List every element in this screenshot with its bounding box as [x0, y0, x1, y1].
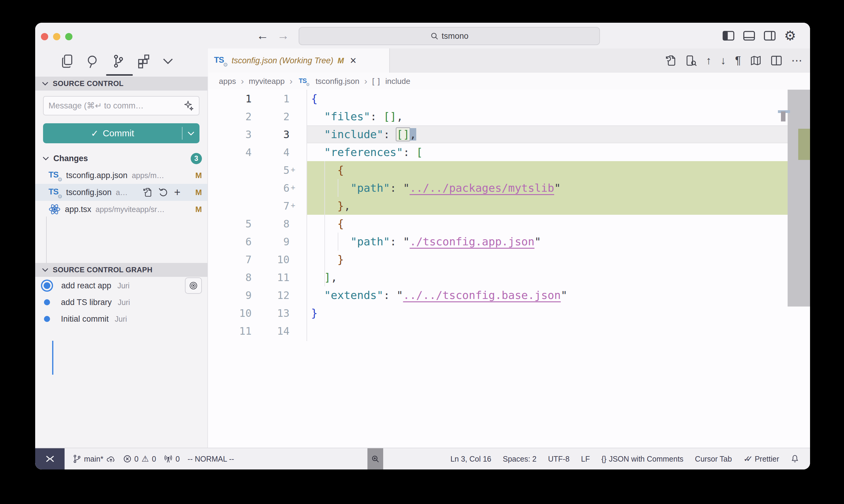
more-actions-icon[interactable]: ⋯ [791, 55, 802, 66]
search-sidebar-icon[interactable] [86, 54, 100, 69]
command-center-search[interactable]: tsmono [299, 27, 600, 45]
toggle-secondary-sidebar-icon[interactable] [764, 31, 776, 41]
breadcrumb-apps[interactable]: apps [219, 77, 236, 86]
editor-scrollbar[interactable] [788, 90, 810, 307]
radio-tower-icon [164, 455, 172, 463]
changes-label: Changes [53, 154, 88, 163]
pilcrow-icon[interactable]: ¶ [735, 55, 741, 66]
commit-message: Initial commit [61, 314, 109, 324]
zoom-window-button[interactable] [65, 33, 72, 40]
source-control-title: SOURCE CONTROL [53, 79, 124, 88]
eol-item[interactable]: LF [581, 455, 590, 463]
inline-view-icon[interactable] [686, 55, 697, 67]
file-name: app.tsx [65, 205, 91, 214]
commit-head-dot [44, 282, 50, 289]
vim-mode-indicator[interactable]: -- NORMAL -- [188, 455, 234, 463]
code-line[interactable]: 44 "references": [ [208, 143, 810, 161]
commit-row-initial-commit[interactable]: Initial commit Juri [35, 310, 207, 327]
diff-editor[interactable]: 11{22 "files": [],33 "include": [],44 "r… [208, 90, 810, 448]
error-icon [123, 455, 131, 463]
formatter-label: Prettier [755, 455, 779, 463]
code-line[interactable]: 69 "path": "./tsconfig.app.json" [208, 233, 810, 251]
open-file-icon[interactable] [142, 187, 152, 197]
map-icon[interactable] [750, 55, 761, 66]
breadcrumb-tsconfig-json[interactable]: tsconfig.json [315, 77, 360, 86]
check-icon: ✓ [91, 128, 99, 139]
nav-forward-icon[interactable]: → [277, 29, 289, 42]
changes-section-header[interactable]: Changes 3 [35, 150, 207, 167]
code-line[interactable]: 58 { [208, 215, 810, 233]
toggle-primary-sidebar-icon[interactable] [722, 31, 735, 41]
indentation-item[interactable]: Spaces: 2 [503, 455, 537, 463]
code-line[interactable]: 1114 [208, 322, 810, 340]
source-control-graph-header[interactable]: SOURCE CONTROL GRAPH [35, 263, 207, 277]
code-line[interactable]: 22 "files": [], [208, 108, 810, 125]
formatter-item[interactable]: ✓✓ Prettier [743, 454, 779, 464]
double-check-icon: ✓✓ [743, 454, 748, 464]
commit-graph-line [52, 341, 53, 375]
code-line[interactable]: 1013} [208, 304, 810, 322]
ports-status-item[interactable]: 0 [164, 455, 180, 463]
explorer-icon[interactable] [61, 54, 74, 69]
close-window-button[interactable] [41, 33, 48, 40]
breadcrumb-myviteapp[interactable]: myviteapp [248, 77, 285, 86]
settings-gear-icon[interactable]: ⚙ [784, 29, 796, 42]
code-line[interactable]: 5+ { [208, 161, 810, 179]
nav-back-icon[interactable]: ← [257, 29, 269, 42]
sparkle-ai-icon[interactable] [184, 100, 194, 111]
next-change-icon[interactable]: ↓ [721, 55, 726, 66]
warning-icon: ⚠ [142, 454, 149, 464]
code-line[interactable]: 710 } [208, 251, 810, 268]
notifications-bell-icon[interactable] [791, 454, 799, 463]
cloud-upload-icon [106, 455, 116, 463]
commit-dot [44, 299, 50, 305]
open-file-icon[interactable] [665, 55, 676, 67]
previous-change-icon[interactable]: ↑ [706, 55, 711, 66]
language-mode-item[interactable]: {} JSON with Comments [601, 455, 684, 463]
commit-row-add-react-app[interactable]: add react app Juri [35, 277, 207, 294]
modified-status-badge: M [195, 171, 202, 180]
minimize-window-button[interactable] [53, 33, 60, 40]
split-editor-icon[interactable] [771, 55, 782, 66]
code-line[interactable]: 811 ], [208, 268, 810, 286]
source-control-icon[interactable] [111, 54, 125, 69]
branch-status-item[interactable]: main* [72, 454, 116, 463]
encoding-item[interactable]: UTF-8 [548, 455, 570, 463]
cursor-tab-item[interactable]: Cursor Tab [695, 455, 732, 463]
search-value: tsmono [442, 32, 469, 41]
changed-file-tsconfig-app-json[interactable]: TS⚙ tsconfig.app.json apps/m… M [35, 167, 207, 184]
ts-file-icon: TS⚙ [49, 170, 62, 181]
problems-status-item[interactable]: 0 ⚠ 0 [123, 454, 156, 464]
discard-changes-icon[interactable] [158, 187, 168, 197]
changed-file-tsconfig-json[interactable]: TS⚙ tsconfig.json a… + M [35, 184, 207, 201]
tree-indent-guide [46, 217, 47, 269]
extensions-icon[interactable] [137, 54, 150, 69]
goto-commit-target-button[interactable] [185, 277, 202, 294]
changed-file-app-tsx[interactable]: app.tsx apps/myviteapp/sr… M [35, 201, 207, 218]
code-line[interactable]: 11{ [208, 90, 810, 108]
source-control-header[interactable]: SOURCE CONTROL [35, 77, 207, 91]
commit-button[interactable]: ✓ Commit [43, 123, 200, 143]
remote-indicator[interactable] [35, 448, 65, 469]
ts-file-icon: TS⚙ [299, 77, 309, 85]
code-line[interactable]: 912 "extends": "../../tsconfig.base.json… [208, 286, 810, 304]
more-views-chevron-icon[interactable] [162, 58, 173, 65]
react-file-icon [49, 203, 61, 215]
commit-message-input[interactable]: Message (⌘↵ to comm… [43, 96, 200, 115]
editor-tab-bar: TS⚙ tsconfig.json (Working Tree) M × ↑ ↓… [208, 49, 810, 73]
code-line[interactable]: 6+ "path": "../../packages/mytslib" [208, 179, 810, 197]
titlebar: ← → tsmono [35, 23, 810, 49]
zoom-indicator[interactable] [367, 448, 383, 469]
code-line[interactable]: 33 "include": [], [208, 125, 810, 143]
commit-message: add TS library [61, 298, 112, 307]
breadcrumb-include[interactable]: include [385, 77, 410, 86]
code-line[interactable]: 7+ }, [208, 197, 810, 215]
toggle-panel-icon[interactable] [743, 31, 755, 41]
traffic-lights [41, 33, 72, 40]
commit-dropdown-button[interactable] [183, 131, 200, 136]
stage-changes-icon[interactable]: + [174, 187, 180, 198]
close-tab-icon[interactable]: × [350, 54, 356, 67]
tab-tsconfig-json-working-tree[interactable]: TS⚙ tsconfig.json (Working Tree) M × [208, 49, 390, 73]
commit-row-add-ts-library[interactable]: add TS library Juri [35, 294, 207, 311]
cursor-position-item[interactable]: Ln 3, Col 16 [450, 455, 492, 463]
